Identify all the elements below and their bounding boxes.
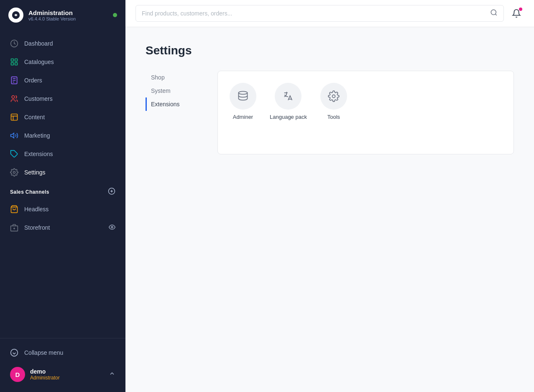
sidebar-item-label: Catalogues	[24, 59, 54, 65]
sidebar-item-label: Customers	[24, 95, 53, 102]
user-info: demo Administrator	[30, 368, 104, 381]
storefront-icon	[10, 223, 18, 232]
search-input[interactable]	[142, 10, 490, 17]
settings-content-panel: Adminer Langua	[217, 71, 514, 154]
user-role: Administrator	[30, 375, 104, 381]
language-pack-icon-circle	[275, 83, 301, 110]
sidebar-item-label: Dashboard	[24, 40, 53, 47]
svg-rect-3	[15, 59, 18, 61]
search-bar	[135, 5, 504, 22]
settings-sidebar-nav: Shop System Extensions	[146, 71, 204, 154]
tools-icon-circle	[320, 83, 347, 110]
svg-point-28	[239, 91, 248, 94]
customers-icon	[10, 95, 18, 103]
settings-layout: Shop System Extensions	[146, 71, 514, 154]
storefront-preview-icon[interactable]	[109, 224, 115, 232]
svg-rect-4	[11, 63, 14, 65]
sidebar-item-headless[interactable]: Headless	[0, 200, 125, 218]
sales-channels-title: Sales Channels	[10, 189, 49, 195]
sidebar-item-extensions[interactable]: Extensions	[0, 145, 125, 163]
sidebar-item-marketing[interactable]: Marketing	[0, 126, 125, 145]
collapse-menu-button[interactable]: Collapse menu	[0, 343, 125, 362]
marketing-icon	[10, 131, 18, 140]
app-version: v6.4.4.0 Stable Version	[28, 16, 108, 21]
main-content: Settings Shop System Extensions	[125, 0, 534, 392]
sales-channels-section: Sales Channels	[0, 182, 125, 200]
svg-marker-14	[11, 133, 14, 138]
sidebar-item-orders[interactable]: Orders	[0, 71, 125, 90]
sidebar-item-label: Storefront	[24, 224, 50, 231]
sidebar-item-catalogues[interactable]: Catalogues	[0, 53, 125, 71]
headless-icon	[10, 205, 18, 213]
extension-card-language-pack[interactable]: Language pack	[270, 83, 307, 120]
adminer-label: Adminer	[233, 114, 253, 120]
extension-card-adminer[interactable]: Adminer	[230, 83, 256, 120]
svg-line-27	[495, 14, 496, 15]
user-name: demo	[30, 368, 104, 375]
notification-badge	[519, 8, 522, 11]
avatar: D	[10, 367, 25, 382]
sidebar-item-storefront[interactable]: Storefront	[0, 218, 125, 237]
svg-point-29	[332, 95, 335, 98]
sidebar-header: Administration v6.4.4.0 Stable Version	[0, 0, 125, 30]
sidebar-item-content[interactable]: Content	[0, 108, 125, 126]
sidebar-item-label: Content	[24, 114, 45, 120]
status-dot	[113, 13, 117, 17]
main-nav: Dashboard Catalogues	[0, 30, 125, 338]
topbar	[125, 0, 534, 27]
tools-label: Tools	[327, 114, 340, 120]
sidebar-footer: Collapse menu D demo Administrator	[0, 338, 125, 392]
app-title-block: Administration v6.4.4.0 Stable Version	[28, 9, 108, 21]
extensions-icon	[10, 150, 18, 158]
sidebar-item-label: Headless	[24, 206, 49, 213]
collapse-menu-label: Collapse menu	[24, 349, 63, 356]
sidebar-item-label: Settings	[24, 169, 46, 176]
svg-rect-5	[15, 63, 18, 65]
settings-nav-shop[interactable]: Shop	[146, 71, 204, 84]
app-logo	[8, 8, 23, 23]
sidebar-item-dashboard[interactable]: Dashboard	[0, 34, 125, 53]
language-pack-label: Language pack	[270, 114, 307, 120]
extension-cards-list: Adminer Langua	[230, 83, 502, 120]
sidebar: Administration v6.4.4.0 Stable Version D…	[0, 0, 125, 392]
sidebar-item-label: Orders	[24, 77, 42, 84]
notification-button[interactable]	[509, 6, 524, 21]
sidebar-item-label: Marketing	[24, 132, 50, 139]
collapse-menu-icon	[10, 348, 18, 357]
svg-point-26	[491, 10, 496, 15]
svg-point-16	[13, 172, 15, 174]
extension-card-tools[interactable]: Tools	[320, 83, 347, 120]
sidebar-item-customers[interactable]: Customers	[0, 90, 125, 108]
svg-rect-2	[11, 59, 14, 61]
settings-icon	[10, 168, 18, 177]
search-icon[interactable]	[490, 9, 498, 18]
settings-nav-extensions[interactable]: Extensions	[146, 97, 204, 111]
catalogues-icon	[10, 58, 18, 66]
content-icon	[10, 113, 18, 121]
add-sales-channel-button[interactable]	[108, 187, 115, 197]
orders-icon	[10, 76, 18, 85]
adminer-icon-circle	[230, 83, 256, 110]
svg-rect-11	[11, 114, 18, 120]
sidebar-item-settings[interactable]: Settings	[0, 163, 125, 182]
page-title: Settings	[146, 44, 514, 57]
user-section[interactable]: D demo Administrator	[0, 362, 125, 387]
dashboard-icon	[10, 39, 18, 48]
page-body: Settings Shop System Extensions	[125, 27, 534, 392]
svg-point-10	[12, 96, 15, 99]
user-menu-chevron-icon	[109, 370, 115, 379]
sidebar-item-label: Extensions	[24, 151, 53, 157]
svg-point-25	[11, 349, 18, 356]
svg-point-24	[111, 226, 113, 228]
app-title: Administration	[28, 9, 108, 16]
settings-nav-system[interactable]: System	[146, 84, 204, 97]
